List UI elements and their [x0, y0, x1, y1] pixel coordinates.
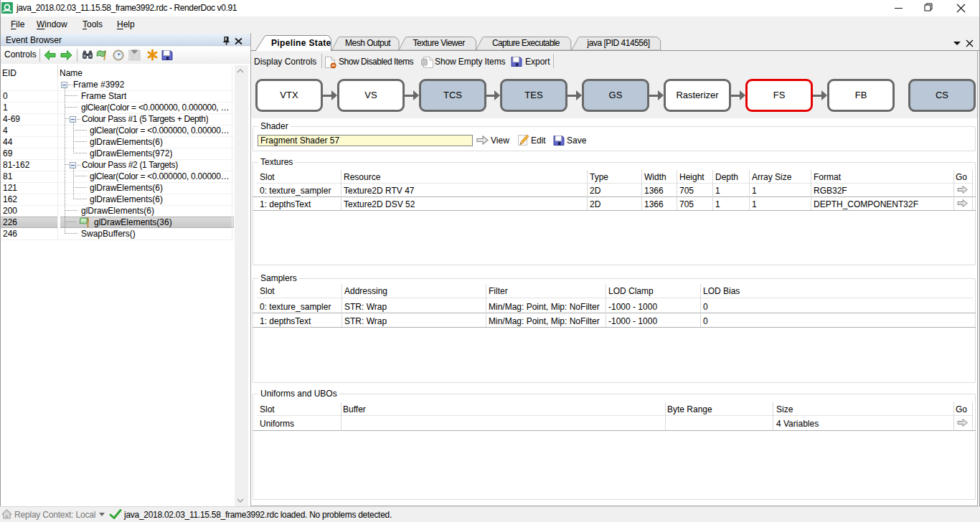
svg-text:Mesh Output: Mesh Output	[345, 38, 391, 48]
svg-text:Capture Executable: Capture Executable	[492, 38, 560, 48]
svg-text:Pipeline State: Pipeline State	[271, 38, 331, 48]
svg-text:java [PID 414556]: java [PID 414556]	[587, 38, 650, 48]
svg-text:Texture Viewer: Texture Viewer	[413, 38, 466, 48]
